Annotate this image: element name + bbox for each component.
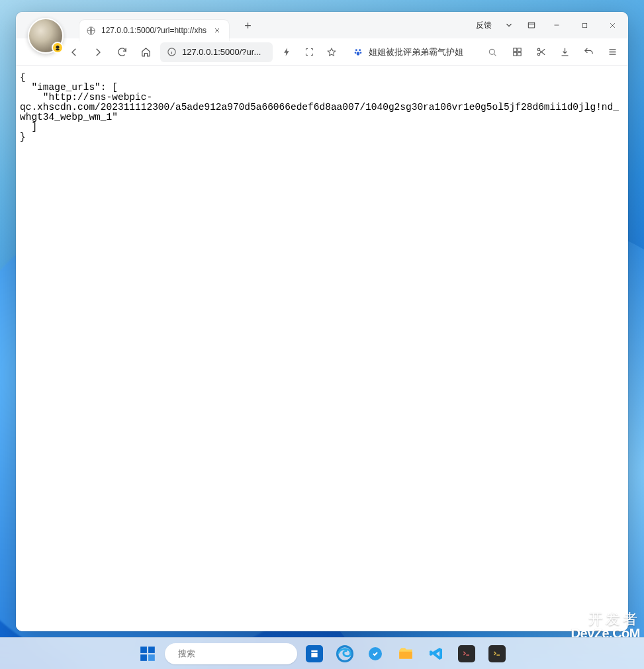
flash-icon[interactable]	[278, 44, 295, 61]
url-input[interactable]: 127.0.0.1:5000/?ur...	[160, 42, 273, 62]
svg-point-16	[537, 48, 540, 51]
svg-point-11	[489, 49, 494, 54]
svg-rect-20	[140, 654, 147, 661]
feedback-button[interactable]: 反馈	[471, 20, 497, 31]
taskbar-search-input[interactable]	[178, 648, 289, 658]
taskbar-app-vscode[interactable]	[423, 641, 449, 667]
window-close-button[interactable]	[599, 12, 625, 38]
panel-icon[interactable]	[521, 16, 542, 34]
search-icon[interactable]	[487, 47, 498, 58]
svg-rect-4	[582, 23, 586, 27]
svg-rect-13	[518, 48, 521, 52]
taskbar-app-security[interactable]	[362, 641, 389, 667]
qq-badge-icon	[52, 42, 64, 54]
svg-point-8	[355, 52, 357, 54]
browser-address-bar: 127.0.0.1:5000/?ur... 姐姐被批评弟弟霸气护姐	[16, 38, 628, 66]
reload-button[interactable]	[113, 43, 131, 62]
svg-point-1	[56, 49, 60, 51]
window-minimize-button[interactable]	[543, 12, 570, 38]
window-maximize-button[interactable]	[571, 12, 598, 38]
page-content: { "image_urls": [ "http://sns-webpic- qc…	[16, 66, 628, 631]
omnibox-search[interactable]: 姐姐被批评弟弟霸气护姐	[345, 42, 502, 62]
svg-rect-3	[528, 22, 534, 28]
svg-point-9	[360, 52, 362, 54]
svg-point-17	[537, 53, 540, 56]
svg-rect-18	[140, 647, 147, 653]
taskbar-app-explorer[interactable]	[392, 641, 419, 667]
menu-icon[interactable]	[603, 43, 621, 62]
url-text: 127.0.0.1:5000/?ur...	[182, 47, 261, 57]
svg-rect-25	[399, 651, 412, 658]
svg-rect-15	[518, 52, 521, 56]
windows-taskbar	[0, 637, 644, 669]
taskbar-app-edge[interactable]	[332, 641, 358, 667]
taskbar-search[interactable]	[165, 643, 297, 664]
tab-close-button[interactable]	[212, 25, 222, 36]
taskbar-app-terminal-1[interactable]	[453, 641, 480, 667]
scissors-icon[interactable]	[531, 43, 550, 62]
download-icon[interactable]	[555, 43, 574, 62]
watermark-cn: 开发者	[571, 612, 640, 627]
svg-point-6	[355, 49, 357, 51]
watermark: 开发者 DevZe.CoM	[571, 612, 640, 640]
svg-rect-14	[513, 52, 516, 56]
tab-title: 127.0.0.1:5000/?url=http://xhs	[101, 26, 207, 35]
svg-point-7	[359, 49, 361, 51]
svg-point-10	[357, 52, 360, 55]
browser-titlebar: 127.0.0.1:5000/?url=http://xhs 反馈	[16, 12, 628, 38]
start-button[interactable]	[134, 641, 161, 667]
json-response-text: { "image_urls": [ "http://sns-webpic- qc…	[20, 73, 624, 142]
nav-back-button[interactable]	[65, 43, 83, 62]
search-suggestion-text: 姐姐被批评弟弟霸气护姐	[369, 46, 482, 58]
new-tab-button[interactable]	[238, 16, 257, 34]
svg-rect-21	[148, 654, 155, 661]
taskbar-app-terminal-2[interactable]	[484, 641, 510, 667]
browser-window: 127.0.0.1:5000/?url=http://xhs 反馈	[16, 12, 628, 631]
baidu-paw-icon	[353, 47, 363, 58]
svg-point-0	[56, 46, 60, 49]
browser-tab-active[interactable]: 127.0.0.1:5000/?url=http://xhs	[79, 20, 229, 41]
titlebar-actions: 反馈	[471, 12, 628, 38]
taskbar-app-store[interactable]	[301, 641, 328, 667]
globe-icon	[86, 26, 96, 36]
chevron-down-icon[interactable]	[498, 16, 520, 34]
star-icon[interactable]	[323, 44, 340, 61]
extensions-icon[interactable]	[508, 43, 526, 62]
svg-rect-19	[148, 647, 155, 653]
profile-avatar[interactable]	[28, 18, 64, 54]
home-button[interactable]	[136, 43, 155, 62]
svg-rect-12	[513, 48, 516, 52]
undo-icon[interactable]	[579, 43, 598, 62]
scan-icon[interactable]	[300, 44, 318, 61]
site-info-icon[interactable]	[167, 47, 177, 57]
nav-forward-button[interactable]	[89, 43, 107, 62]
